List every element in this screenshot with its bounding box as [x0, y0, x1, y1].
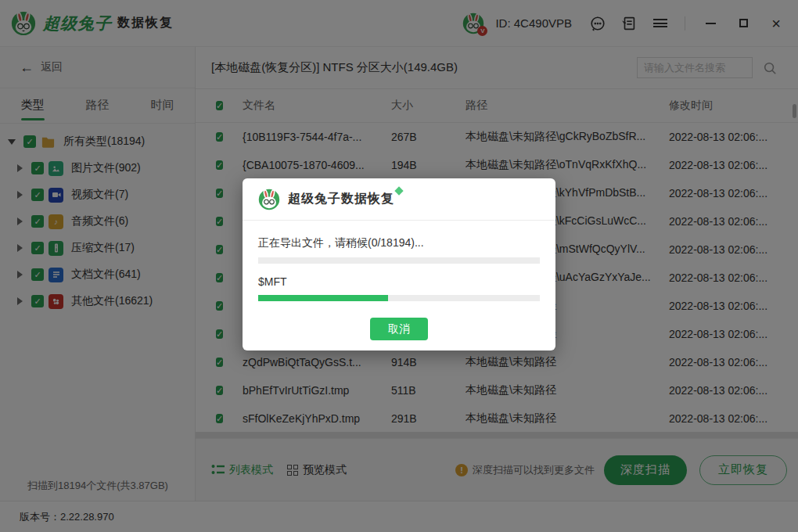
overall-progress-bar: [258, 257, 540, 264]
file-progress-fill: [258, 295, 388, 301]
dialog-rabbit-logo-icon: [258, 189, 280, 210]
dialog-header: 超级兔子数据恢复: [243, 178, 555, 221]
app-window: 超级兔子 数据恢复 V ID: 4C490VPB: [0, 0, 798, 532]
dialog-body: 正在导出文件，请稍候(0/18194)... $MFT 取消: [243, 221, 555, 340]
export-progress-dialog: 超级兔子数据恢复 正在导出文件，请稍候(0/18194)... $MFT 取消: [243, 178, 555, 350]
current-file-label: $MFT: [258, 275, 540, 288]
file-progress-bar: [258, 295, 540, 301]
export-status-text: 正在导出文件，请稍候(0/18194)...: [258, 236, 540, 250]
diamond-decoration: [394, 186, 403, 195]
cancel-button[interactable]: 取消: [370, 318, 428, 340]
dialog-title: 超级兔子数据恢复: [288, 191, 394, 207]
